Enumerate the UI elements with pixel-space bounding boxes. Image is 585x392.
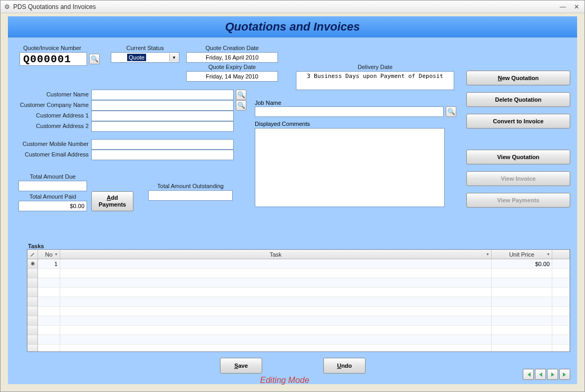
chevron-down-icon: ▼ (54, 252, 58, 256)
last-icon (562, 371, 568, 378)
quote-number-field[interactable]: Q000001 (20, 52, 87, 66)
total-outstanding-field[interactable] (148, 190, 233, 201)
customer-addr1-field[interactable] (91, 111, 234, 121)
tasks-grid[interactable]: No▼ Task▼ Unit Price▼ ✱ 1 $0.00 (27, 249, 570, 352)
table-row[interactable]: ✱ 1 $0.00 (27, 259, 570, 269)
cell-task[interactable] (60, 259, 492, 269)
creation-date-field[interactable] (186, 52, 278, 63)
grid-body[interactable]: ✱ 1 $0.00 (27, 259, 570, 351)
titlebar: ⚙ PDS Quotations and Invoices — ✕ (1, 1, 584, 13)
search-job-button[interactable]: 🔍 (446, 106, 456, 117)
label-tasks: Tasks (28, 243, 570, 249)
prev-record-button[interactable] (535, 369, 546, 380)
new-quotation-button[interactable]: New Quotation (466, 71, 570, 85)
total-paid-field[interactable] (18, 201, 87, 211)
view-quotation-button[interactable]: View Quotation (466, 150, 570, 164)
label-customer-addr1: Customer Address 1 (13, 112, 89, 119)
customer-addr2-field[interactable] (91, 121, 234, 132)
label-customer-company: Customer Company Name (13, 102, 89, 108)
view-payments-button: View Payments (466, 193, 570, 208)
new-row-indicator: ✱ (27, 259, 38, 269)
header-banner: Quotations and Invoices (8, 16, 577, 37)
label-customer-addr2: Customer Address 2 (13, 123, 89, 129)
mode-indicator: Editing Mode (260, 376, 309, 385)
tasks-section: Tasks No▼ Task▼ Unit Price▼ ✱ (27, 243, 570, 352)
label-customer-email: Customer Email Address (13, 151, 89, 158)
delete-quotation-button[interactable]: Delete Quotation (466, 92, 570, 107)
add-payments-button[interactable]: Add Payments (91, 191, 133, 211)
customer-company-field[interactable] (91, 100, 234, 111)
label-expiry-date: Quote Expiry Date (186, 64, 278, 70)
main-window: ⚙ PDS Quotations and Invoices — ✕ Quotat… (0, 0, 585, 392)
displayed-comments-field[interactable] (255, 128, 445, 207)
label-total-outstanding: Total Amount Outstanding (148, 183, 233, 189)
binoculars-icon: 🔍 (237, 102, 245, 109)
col-header-no[interactable]: No▼ (38, 250, 60, 259)
convert-invoice-button[interactable]: Convert to Invoice (466, 114, 570, 129)
label-creation-date: Quote Creation Date (186, 45, 278, 51)
titlebar-text: PDS Quotations and Invoices (13, 3, 557, 11)
app-icon: ⚙ (3, 3, 11, 11)
customer-mobile-field[interactable] (91, 139, 234, 150)
cell-no[interactable]: 1 (38, 259, 60, 269)
col-header-end (552, 250, 570, 259)
label-quote-number: Quote/Invoice Number (21, 45, 84, 51)
binoculars-icon: 🔍 (91, 55, 99, 63)
search-quote-button[interactable]: 🔍 (89, 54, 100, 64)
customer-name-field[interactable] (91, 90, 234, 100)
view-invoice-button: View Invoice (466, 171, 570, 186)
col-header-task[interactable]: Task▼ (60, 250, 492, 259)
label-total-paid: Total Amount Paid (18, 193, 87, 200)
chevron-down-icon: ▼ (486, 252, 490, 256)
cell-price[interactable]: $0.00 (492, 259, 552, 269)
status-value: Quote (127, 54, 146, 61)
expiry-date-field[interactable] (186, 71, 278, 82)
last-record-button[interactable] (559, 369, 570, 380)
binoculars-icon: 🔍 (237, 91, 245, 99)
label-current-status: Current Status (111, 45, 179, 51)
binoculars-icon: 🔍 (447, 108, 455, 115)
page-title: Quotations and Invoices (225, 20, 360, 34)
search-customer-button[interactable]: 🔍 (236, 90, 246, 100)
label-displayed-comments: Displayed Comments (255, 121, 310, 127)
prev-icon (538, 371, 544, 378)
first-record-button[interactable] (523, 369, 534, 380)
record-nav (523, 369, 570, 380)
pencil-icon (30, 252, 35, 257)
cell-end (552, 259, 570, 269)
label-job-name: Job Name (255, 100, 281, 106)
search-company-button[interactable]: 🔍 (236, 100, 246, 111)
minimize-button[interactable]: — (557, 2, 569, 12)
job-name-field[interactable] (255, 106, 444, 117)
col-header-price[interactable]: Unit Price▼ (492, 250, 552, 259)
grid-corner[interactable] (27, 250, 38, 259)
chevron-down-icon: ▼ (169, 53, 178, 62)
chevron-down-icon: ▼ (546, 252, 550, 256)
delivery-date-field[interactable] (296, 71, 454, 90)
next-record-button[interactable] (547, 369, 558, 380)
close-button[interactable]: ✕ (571, 2, 582, 12)
content-area: Quote/Invoice Number Q000001 🔍 Current S… (8, 37, 577, 384)
save-button[interactable]: Save (220, 358, 262, 374)
total-due-field[interactable] (18, 181, 87, 191)
label-total-due: Total Amount Due (18, 173, 87, 180)
label-customer-name: Customer Name (13, 91, 89, 97)
main-panel: Quotations and Invoices Quote/Invoice Nu… (8, 16, 577, 384)
label-customer-mobile: Customer Mobile Number (13, 141, 89, 147)
label-delivery-date: Delivery Date (296, 64, 454, 70)
first-icon (525, 371, 532, 378)
next-icon (550, 371, 556, 378)
customer-email-field[interactable] (91, 150, 234, 160)
undo-button[interactable]: Undo (323, 358, 366, 374)
status-select[interactable]: Quote ▼ (111, 52, 179, 63)
grid-header: No▼ Task▼ Unit Price▼ (27, 250, 570, 259)
